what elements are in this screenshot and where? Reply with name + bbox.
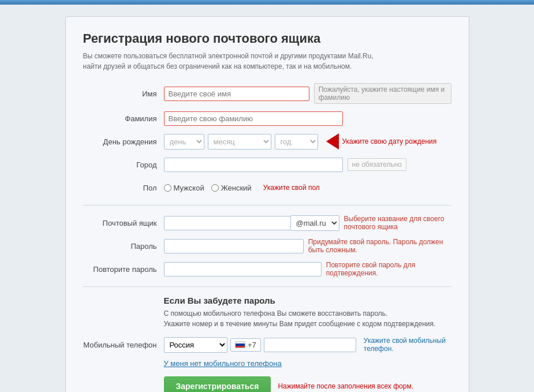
dob-row: День рождения день месяц год Укажите сво…	[83, 133, 451, 150]
phone-input[interactable]	[264, 338, 356, 352]
mailbox-domain-select[interactable]: @mail.ru	[291, 215, 339, 231]
confirm-input[interactable]	[164, 262, 322, 277]
city-row: Город не обязательно	[83, 156, 451, 173]
name-label: Имя	[83, 89, 164, 98]
phone-row: Мобильный телефон Россия +7 Укажите свой…	[83, 336, 451, 353]
recovery-section: Если Вы забудете пароль С помощью мобиль…	[164, 296, 451, 329]
mailbox-hint: Выберите название для своего почтового я…	[344, 215, 451, 231]
password-input[interactable]	[164, 239, 304, 253]
lastname-label: Фамилия	[83, 114, 164, 123]
city-optional: не обязательно	[348, 158, 407, 171]
dob-hint: Укажите свою дату рождения	[342, 137, 437, 145]
password-label: Пароль	[83, 242, 164, 251]
name-hint: Пожалуйста, укажите настоящие имя и фами…	[314, 83, 451, 104]
dob-year-select[interactable]: год	[275, 134, 318, 150]
confirm-hint: Повторите свой пароль для подтверждения.	[326, 261, 451, 277]
confirm-row: Повторите пароль Повторите свой пароль д…	[83, 260, 451, 278]
no-phone-link[interactable]: У меня нет мобильного телефона	[164, 359, 451, 368]
register-button[interactable]: Зарегистрироваться	[164, 376, 271, 392]
dob-day-select[interactable]: день	[164, 134, 204, 150]
page-wrapper: Регистрация нового почтового ящика Вы см…	[0, 5, 534, 392]
city-label: Город	[83, 160, 164, 169]
phone-group: Россия +7 Укажите свой мобильный телефон…	[164, 337, 451, 353]
mailbox-label: Почтовый ящик	[83, 219, 164, 227]
gender-male-label: Мужской	[174, 184, 204, 192]
password-hint: Придумайте свой пароль. Пароль должен бы…	[308, 238, 451, 254]
mailbox-group: @mail.ru	[164, 215, 339, 231]
recovery-desc: С помощью мобильного телефона Вы сможете…	[164, 308, 451, 329]
phone-code-display: +7	[230, 338, 261, 352]
top-bar	[0, 0, 534, 5]
register-hint: Нажимайте после заполнения всех форм.	[278, 382, 413, 390]
dob-group: день месяц год Укажите свою дату рождени…	[164, 133, 437, 150]
gender-label: Пол	[83, 184, 164, 192]
register-row: Зарегистрироваться Нажимайте после запол…	[164, 376, 451, 392]
divider2	[83, 286, 451, 287]
phone-code-text: +7	[248, 341, 256, 349]
dob-arrow: Укажите свою дату рождения	[326, 133, 437, 150]
lastname-row: Фамилия	[83, 110, 451, 127]
confirm-label: Повторите пароль	[83, 265, 164, 274]
divider1	[83, 205, 451, 206]
gender-female-label: Женский	[221, 184, 252, 192]
form-title: Регистрация нового почтового ящика	[83, 31, 451, 46]
dob-month-select[interactable]: месяц	[208, 134, 271, 150]
recovery-title: Если Вы забудете пароль	[164, 296, 451, 305]
dob-label: День рождения	[83, 137, 164, 146]
phone-hint: Укажите свой мобильный телефон.	[364, 337, 451, 353]
mailbox-row: Почтовый ящик @mail.ru Выберите название…	[83, 214, 451, 232]
lastname-input[interactable]	[164, 111, 343, 126]
gender-group: Мужской Женский Укажите свой пол	[164, 184, 320, 192]
password-row: Пароль Придумайте свой пароль. Пароль до…	[83, 237, 451, 255]
gender-male-option[interactable]: Мужской	[164, 184, 204, 192]
red-arrow-icon	[326, 133, 339, 150]
mailbox-input[interactable]	[164, 216, 291, 230]
phone-label: Мобильный телефон	[83, 341, 164, 349]
russia-flag-icon	[235, 341, 245, 348]
gender-female-radio[interactable]	[211, 184, 219, 192]
city-input[interactable]	[164, 158, 343, 172]
name-input[interactable]	[164, 87, 309, 101]
phone-country-select[interactable]: Россия	[164, 337, 227, 353]
name-row: Имя Пожалуйста, укажите настоящие имя и …	[83, 83, 451, 104]
gender-female-option[interactable]: Женский	[211, 184, 252, 192]
gender-male-radio[interactable]	[164, 184, 171, 192]
registration-form: Регистрация нового почтового ящика Вы см…	[65, 16, 469, 392]
form-subtitle: Вы сможете пользоваться бесплатной элект…	[83, 51, 451, 72]
gender-hint: Укажите свой пол	[263, 184, 320, 192]
gender-row: Пол Мужской Женский Укажите свой пол	[83, 179, 451, 196]
